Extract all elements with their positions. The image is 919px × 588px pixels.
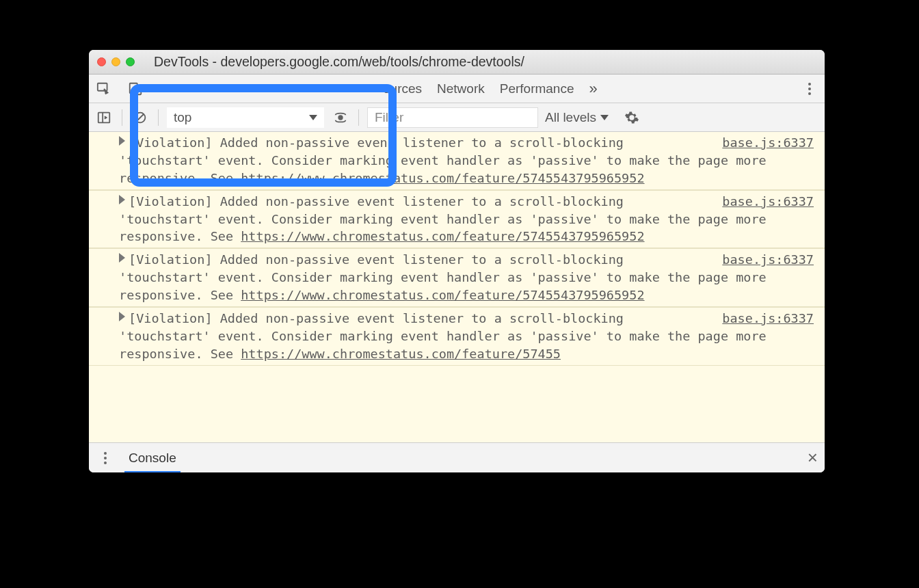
execution-context-selector[interactable]: top <box>167 107 324 128</box>
clear-console-icon[interactable] <box>131 108 150 127</box>
inspect-element-icon[interactable] <box>94 79 114 98</box>
window-controls <box>97 57 135 66</box>
drawer-bar: Console × <box>89 442 825 472</box>
console-message[interactable]: base.js:6337 [Violation] Added non-passi… <box>89 307 825 366</box>
live-expression-icon[interactable] <box>331 108 350 127</box>
tab-network[interactable]: Network <box>436 81 486 96</box>
disclosure-triangle-icon[interactable] <box>119 253 125 263</box>
titlebar: DevTools - developers.google.com/web/too… <box>89 50 825 75</box>
drawer-tab-console[interactable]: Console <box>126 443 179 472</box>
tab-sources-partial[interactable]: ources <box>382 81 423 96</box>
disclosure-triangle-icon[interactable] <box>119 136 125 146</box>
console-settings-icon[interactable] <box>622 108 641 127</box>
svg-point-7 <box>338 116 343 120</box>
svg-rect-3 <box>98 112 110 122</box>
filter-input[interactable]: Filter <box>367 107 538 128</box>
svg-rect-2 <box>135 86 141 94</box>
message-source-link[interactable]: base.js:6337 <box>708 251 814 269</box>
chevron-down-icon <box>309 115 317 120</box>
close-window-button[interactable] <box>97 57 106 66</box>
zoom-window-button[interactable] <box>126 57 135 66</box>
message-link[interactable]: https://www.chromestatus.com/feature/574… <box>241 347 561 361</box>
console-message[interactable]: base.js:6337 [Violation] Added non-passi… <box>89 190 825 249</box>
console-message[interactable]: base.js:6337 [Violation] Added non-passi… <box>89 248 825 307</box>
devtools-window: DevTools - developers.google.com/web/too… <box>89 50 825 472</box>
drawer-tab-label: Console <box>129 451 176 466</box>
device-toolbar-icon[interactable] <box>126 79 145 98</box>
message-prefix: [Violation] <box>129 194 213 209</box>
filter-placeholder: Filter <box>375 110 403 125</box>
console-messages: base.js:6337 [Violation] Added non-passi… <box>89 132 825 442</box>
console-sidebar-toggle-icon[interactable] <box>94 108 114 127</box>
message-source-link[interactable]: base.js:6337 <box>708 310 814 328</box>
drawer-close-button[interactable]: × <box>808 447 818 468</box>
svg-rect-0 <box>98 83 107 90</box>
message-link[interactable]: https://www.chromestatus.com/feature/574… <box>241 171 644 185</box>
message-link[interactable]: https://www.chromestatus.com/feature/574… <box>241 288 644 302</box>
divider <box>358 109 359 126</box>
log-level-selector[interactable]: All levels <box>545 110 609 125</box>
svg-line-6 <box>137 113 144 121</box>
message-prefix: [Violation] <box>129 252 213 267</box>
disclosure-triangle-icon[interactable] <box>119 312 125 321</box>
console-toolbar: top Filter All levels <box>89 103 825 132</box>
message-link[interactable]: https://www.chromestatus.com/feature/574… <box>241 229 644 243</box>
more-menu-icon[interactable] <box>800 79 819 98</box>
divider <box>122 109 122 126</box>
tabs-overflow-button[interactable]: » <box>588 80 599 98</box>
message-prefix: [Violation] <box>129 311 213 325</box>
window-title: DevTools - developers.google.com/web/too… <box>140 54 816 70</box>
execution-context-label: top <box>174 110 191 125</box>
chevron-down-icon <box>600 115 609 120</box>
divider <box>158 109 159 126</box>
message-source-link[interactable]: base.js:6337 <box>708 134 814 152</box>
console-message[interactable]: base.js:6337 [Violation] Added non-passi… <box>89 132 825 190</box>
log-level-label: All levels <box>545 110 596 125</box>
message-source-link[interactable]: base.js:6337 <box>708 193 814 211</box>
tab-performance[interactable]: Performance <box>498 81 576 96</box>
disclosure-triangle-icon[interactable] <box>119 195 125 204</box>
minimize-window-button[interactable] <box>111 57 120 66</box>
message-prefix: [Violation] <box>129 135 213 150</box>
panel-tab-bar: ources Network Performance » <box>89 75 825 103</box>
drawer-more-icon[interactable] <box>96 449 115 468</box>
